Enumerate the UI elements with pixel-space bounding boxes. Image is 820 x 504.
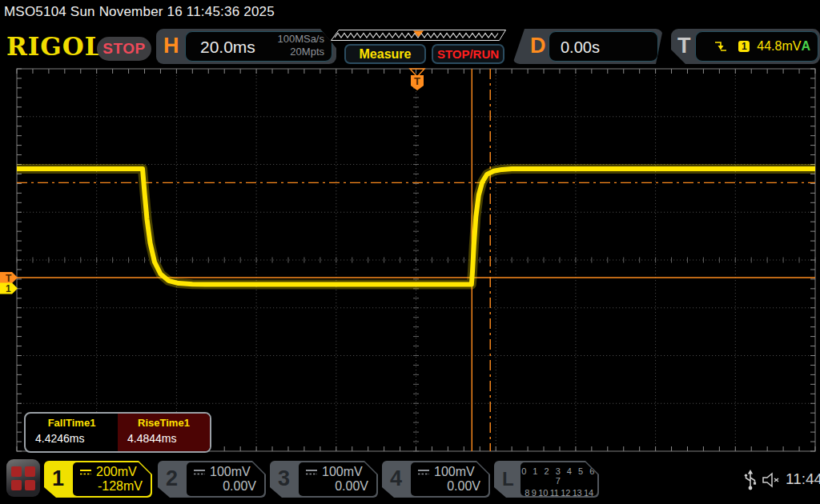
channel-scale: 100mV (434, 465, 475, 479)
logic-analyzer-info: 0 1 2 3 4 5 6 7 8 9 10 11 12 13 14 15 (521, 462, 597, 496)
speaker-muted-icon (762, 472, 782, 488)
channel-1-panel[interactable]: 1 200mV -128mV (44, 461, 152, 498)
usb-icon (743, 469, 758, 491)
channel-1-info: 200mV -128mV (73, 462, 151, 496)
channel-offset: 0.00V (447, 479, 480, 494)
dc-coupling-icon (305, 469, 318, 476)
measurement-name: RiseTime1 (118, 417, 210, 429)
logic-analyzer-panel[interactable]: L 0 1 2 3 4 5 6 7 8 9 10 11 12 13 14 15 (494, 461, 599, 498)
menu-grid-icon (25, 466, 35, 477)
channel-1-flag-number: 1 (6, 283, 11, 294)
channel-scale: 200mV (96, 465, 137, 479)
channel-2-info: 100mV 0.00V (187, 462, 264, 496)
menu-grid-icon (11, 466, 22, 477)
channel-offset: 0.00V (223, 479, 256, 494)
menu-grid-icon (11, 480, 22, 490)
channel-4-panel[interactable]: 4 100mV 0.00V (382, 461, 490, 498)
channel-number: 2 (166, 466, 178, 491)
measurement-value: 4.4246ms (26, 432, 118, 445)
channel-offset: -128mV (98, 479, 143, 494)
channel-2-panel[interactable]: 2 100mV 0.00V (158, 461, 266, 498)
menu-grid-icon (25, 480, 35, 490)
dc-coupling-icon (193, 469, 206, 476)
channel-number: 1 (52, 466, 64, 491)
digital-channels-row1: 0 1 2 3 4 5 6 7 (521, 466, 597, 486)
measurement-value: 4.4844ms (118, 432, 210, 445)
measurement-falltime[interactable]: FallTime1 4.4246ms (26, 414, 118, 451)
main-menu-button[interactable] (6, 459, 40, 497)
channel-4-info: 100mV 0.00V (411, 462, 488, 496)
channel-offset: 0.00V (335, 479, 368, 494)
clock: 11:44 (786, 470, 820, 488)
trigger-position-letter: T (414, 75, 420, 87)
oscilloscope-screen: { "header": { "title": "MSO5104 Sun Nove… (0, 0, 820, 504)
dc-coupling-icon (417, 469, 430, 476)
measurement-results-box[interactable]: FallTime1 4.4246ms RiseTime1 4.4844ms (24, 412, 211, 453)
ch1-trace[interactable] (17, 169, 815, 285)
channel-number: 3 (278, 466, 290, 491)
logic-analyzer-label: L (502, 468, 514, 490)
channel-3-panel[interactable]: 3 100mV 0.00V (270, 461, 378, 498)
graticule (17, 69, 815, 451)
channel-number: 4 (390, 466, 402, 491)
channel-scale: 100mV (322, 465, 363, 479)
ch1-trace-glow (17, 169, 815, 285)
channel-scale: 100mV (210, 465, 251, 479)
measurement-risetime[interactable]: RiseTime1 4.4844ms (118, 414, 210, 451)
channel-3-info: 100mV 0.00V (299, 462, 376, 496)
dc-coupling-icon (79, 469, 92, 476)
trigger-level-flag-letter: T (6, 273, 12, 284)
measurement-name: FallTime1 (26, 417, 118, 429)
